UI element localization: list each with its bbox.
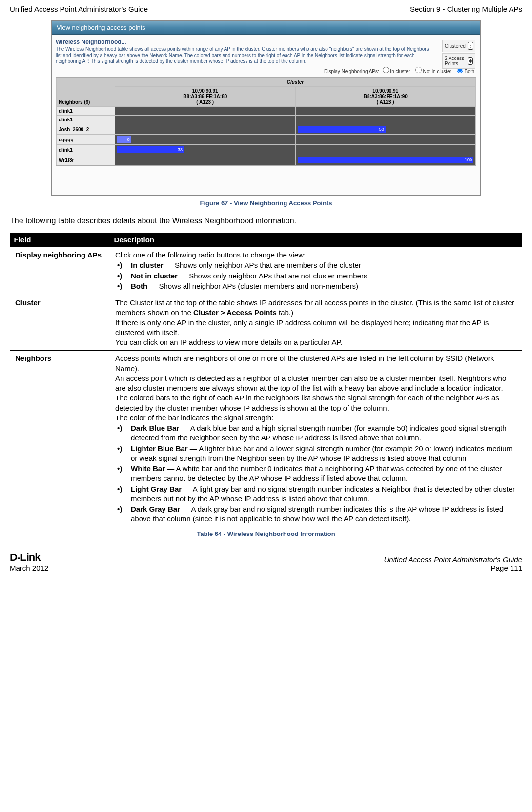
field-desc: The Cluster list at the top of the table… xyxy=(110,295,522,351)
row-label: dlink1 xyxy=(57,107,115,116)
bold-term: In cluster xyxy=(131,261,164,269)
table-row: Josh_2600_250 xyxy=(57,124,476,135)
table-row: Wr1t3r100 xyxy=(57,155,476,165)
header-right: Section 9 - Clustering Multiple APs xyxy=(410,5,522,13)
row-label: Josh_2600_2 xyxy=(57,124,115,135)
term-desc: — A dark gray bar and no signal strength… xyxy=(131,505,503,523)
term-desc: — Shows only neighbor APs that are not c… xyxy=(178,272,368,280)
term-desc: — A dark blue bar and a high signal stre… xyxy=(131,424,507,442)
signal-bar: 50 xyxy=(298,126,386,133)
list-item: Dark Blue Bar — A dark blue bar and a hi… xyxy=(124,423,517,443)
term-desc: — A white bar and the number 0 indicates… xyxy=(131,464,502,482)
signal-cell: 50 xyxy=(295,124,476,135)
signal-cell xyxy=(115,155,296,165)
table-row: dlink1 xyxy=(57,107,476,116)
radio-in-cluster[interactable]: In cluster xyxy=(383,69,410,74)
field-name: Neighbors xyxy=(10,351,110,528)
table-row: dlink1 xyxy=(57,116,476,124)
col-description: Description xyxy=(110,233,522,247)
col1-ip: 10.90.90.91 xyxy=(192,88,218,94)
table-row: qqqqq8 xyxy=(57,135,476,145)
field-desc: Access points which are neighbors of one… xyxy=(110,351,522,528)
col2-loc: ( A123 ) xyxy=(377,99,394,105)
list-item: White Bar — A white bar and the number 0… xyxy=(124,464,517,484)
dlink-logo: D-Link xyxy=(10,551,48,564)
footer-left: D-Link March 2012 xyxy=(10,551,48,572)
bold-term: Not in cluster xyxy=(131,272,178,280)
bold-term: Cluster > Access Points xyxy=(193,308,277,317)
lead-paragraph: The following table describes details ab… xyxy=(10,217,522,225)
cluster-col-1[interactable]: 10.90.90.91B8:A3:86:FE:1A:80( A123 ) xyxy=(115,86,296,107)
ap-count-label: 2 Access Points xyxy=(445,56,466,66)
signal-cell xyxy=(295,116,476,124)
desc-text: If there is only one AP in the cluster, … xyxy=(115,318,489,337)
bold-term: Light Gray Bar xyxy=(131,485,182,493)
term-desc: — Shows all neighbor APs (cluster member… xyxy=(147,282,358,290)
table-caption: Table 64 - Wireless Neighborhood Informa… xyxy=(10,530,522,537)
term-desc: — A light gray bar and no signal strengt… xyxy=(131,485,515,503)
table-row: Cluster The Cluster list at the top of t… xyxy=(10,295,522,351)
list-item: Both — Shows all neighbor APs (cluster m… xyxy=(124,281,517,291)
signal-cell: 100 xyxy=(295,155,476,165)
radio-both[interactable]: Both xyxy=(457,69,474,74)
row-label: dlink1 xyxy=(57,116,115,124)
field-name: Display neighboring APs xyxy=(10,247,110,295)
col1-loc: ( A123 ) xyxy=(196,99,214,105)
signal-cell xyxy=(295,135,476,145)
window-title: View neighboring access points xyxy=(52,21,480,35)
col1-mac: B8:A3:86:FE:1A:80 xyxy=(183,94,227,99)
desc-text: The colored bars to the right of each AP… xyxy=(115,394,499,412)
figure-caption: Figure 67 - View Neighboring Access Poin… xyxy=(10,199,522,207)
bold-term: White Bar xyxy=(131,464,165,473)
info-table: Field Description Display neighboring AP… xyxy=(10,233,522,528)
signal-bar: 38 xyxy=(117,146,184,153)
cluster-icon: ⋮ xyxy=(468,42,473,50)
footer-date: March 2012 xyxy=(10,564,48,572)
filter-row: Display Neighboring APs: In cluster Not … xyxy=(56,65,476,77)
bold-term: Dark Blue Bar xyxy=(131,424,179,432)
screenshot-panel: View neighboring access points Clustered… xyxy=(51,20,481,196)
list-item: Not in cluster — Shows only neighbor APs… xyxy=(124,271,517,281)
radio-both-label: Both xyxy=(464,69,474,74)
neighbors-table: Neighbors (6) Cluster 10.90.90.91B8:A3:8… xyxy=(56,77,476,166)
row-label: dlink1 xyxy=(57,145,115,155)
bold-term: Lighter Blue Bar xyxy=(131,444,188,453)
bold-term: Both xyxy=(131,282,147,290)
table-row: dlink138 xyxy=(57,145,476,155)
field-name: Cluster xyxy=(10,295,110,351)
col2-mac: B8:A3:86:FE:1A:90 xyxy=(364,94,408,99)
desc-text: The color of the bar indicates the signa… xyxy=(115,414,273,422)
radio-not-in-cluster-label: Not in cluster xyxy=(423,69,451,74)
desc-text: You can click on an IP address to view m… xyxy=(115,338,343,346)
section-description: The Wireless Neighborhood table shows al… xyxy=(56,46,476,65)
signal-cell xyxy=(115,124,296,135)
table-row: Display neighboring APs Click one of the… xyxy=(10,247,522,295)
row-label: qqqqq xyxy=(57,135,115,145)
desc-text: tab.) xyxy=(277,308,293,317)
signal-cell xyxy=(115,116,296,124)
cluster-header: Cluster xyxy=(115,78,476,86)
col2-ip: 10.90.90.91 xyxy=(372,88,398,94)
neighbors-header: Neighbors (6) xyxy=(57,78,115,107)
term-desc: — Shows only neighbor APs that are membe… xyxy=(164,261,361,269)
desc-text: An access point which is detected as a n… xyxy=(115,374,506,392)
desc-text: Access points which are neighbors of one… xyxy=(115,354,494,372)
radio-not-in-cluster[interactable]: Not in cluster xyxy=(415,69,451,74)
cluster-col-2[interactable]: 10.90.90.91B8:A3:86:FE:1A:90( A123 ) xyxy=(295,86,476,107)
list-item: Light Gray Bar — A light gray bar and no… xyxy=(124,484,517,504)
signal-cell xyxy=(295,145,476,155)
signal-cell xyxy=(295,107,476,116)
ap-count-indicator: 2 Access Points ◆ xyxy=(442,53,475,69)
field-desc: Click one of the following radio buttons… xyxy=(110,247,522,295)
table-row: Neighbors Access points which are neighb… xyxy=(10,351,522,528)
cluster-side-panel: Clustered ⋮ 2 Access Points ◆ xyxy=(442,40,475,69)
footer-right: Unified Access Point Administrator's Gui… xyxy=(384,555,522,572)
radio-in-cluster-label: In cluster xyxy=(390,69,410,74)
row-label: Wr1t3r xyxy=(57,155,115,165)
page-number: Page 111 xyxy=(384,564,522,572)
signal-cell: 38 xyxy=(115,145,296,155)
col-field: Field xyxy=(10,233,110,247)
signal-cell: 8 xyxy=(115,135,296,145)
page-header: Unified Access Point Administrator's Gui… xyxy=(10,5,522,13)
list-item: In cluster — Shows only neighbor APs tha… xyxy=(124,260,517,270)
